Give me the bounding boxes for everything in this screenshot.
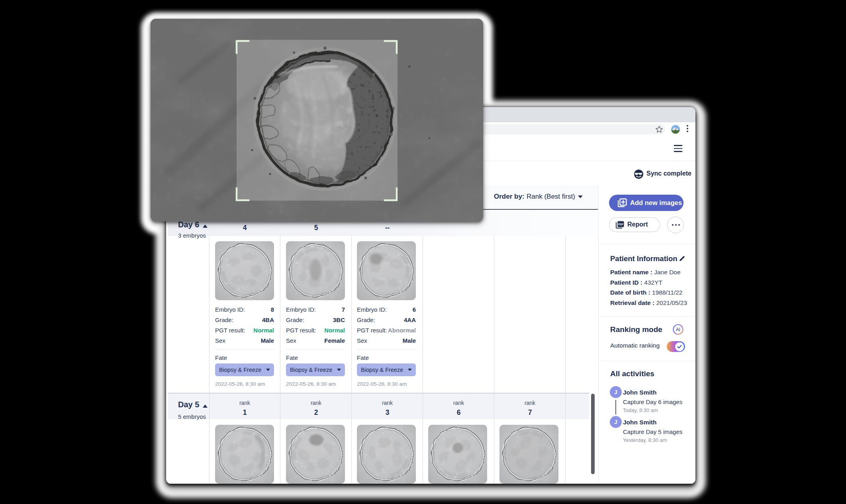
svg-text:AI: AI — [676, 327, 680, 332]
svg-text:PDF: PDF — [618, 223, 623, 226]
